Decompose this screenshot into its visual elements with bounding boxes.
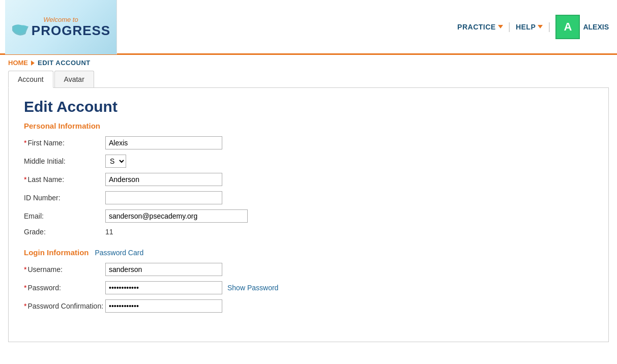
grade-row: Grade: 11	[24, 228, 593, 236]
password-confirmation-input[interactable]	[105, 299, 222, 313]
personal-section-title: Personal Information	[24, 122, 593, 130]
logo-map-icon	[11, 24, 30, 37]
first-name-row: *First Name:	[24, 136, 593, 149]
grade-label: Grade:	[24, 228, 105, 236]
email-label: Email:	[24, 212, 105, 220]
password-card-link[interactable]: Password Card	[95, 249, 143, 257]
page-title: Edit Account	[24, 98, 593, 115]
email-input[interactable]	[105, 209, 248, 223]
content-area: Edit Account Personal Information *First…	[8, 88, 609, 342]
login-section-header: Login Information Password Card	[24, 248, 593, 257]
id-number-label: ID Number:	[24, 194, 105, 202]
login-section-title: Login Information	[24, 248, 89, 257]
tab-account[interactable]: Account	[8, 71, 53, 88]
breadcrumb-current-page: EDIT ACCOUNT	[38, 59, 91, 67]
nav-right: PRACTICE | HELP | A ALEXIS	[457, 15, 612, 39]
required-star: *	[24, 139, 26, 147]
header: Welcome to PROGRESS PRACTICE | HELP | A	[0, 0, 617, 55]
practice-button[interactable]: PRACTICE	[457, 23, 503, 31]
breadcrumb-home-link[interactable]: HOME	[8, 59, 28, 67]
username-row: *Username:	[24, 263, 593, 276]
last-name-input[interactable]	[105, 173, 222, 186]
tabs: Account Avatar	[8, 71, 609, 88]
avatar: A	[555, 15, 580, 39]
username-label: *Username:	[24, 265, 105, 274]
practice-arrow-icon	[498, 25, 503, 28]
middle-initial-select[interactable]: S A B C	[105, 155, 126, 168]
logo: Welcome to PROGRESS	[5, 0, 117, 54]
logo-text: Welcome to PROGRESS	[11, 16, 110, 38]
nav-divider: |	[508, 21, 511, 33]
grade-value: 11	[105, 228, 113, 236]
breadcrumb-separator-icon	[31, 60, 35, 66]
id-number-row: ID Number:	[24, 191, 593, 204]
help-button[interactable]: HELP	[516, 23, 543, 31]
required-star-4: *	[24, 284, 26, 292]
show-password-link[interactable]: Show Password	[227, 284, 278, 292]
login-section: Login Information Password Card *Usernam…	[24, 248, 593, 313]
email-row: Email:	[24, 209, 593, 223]
id-number-input[interactable]	[105, 191, 222, 204]
middle-initial-row: Middle Initial: S A B C	[24, 155, 593, 168]
last-name-row: *Last Name:	[24, 173, 593, 186]
required-star-2: *	[24, 175, 26, 184]
nav-divider-2: |	[548, 21, 550, 33]
username-input[interactable]	[105, 263, 222, 276]
password-label: *Password:	[24, 284, 105, 292]
password-input[interactable]	[105, 281, 222, 294]
password-confirmation-row: *Password Confirmation:	[24, 299, 593, 313]
middle-initial-label: Middle Initial:	[24, 157, 105, 165]
password-row: *Password: Show Password	[24, 281, 593, 294]
help-arrow-icon	[538, 25, 543, 28]
first-name-input[interactable]	[105, 136, 222, 149]
required-star-3: *	[24, 265, 26, 274]
logo-main: PROGRESS	[11, 23, 110, 38]
required-star-5: *	[24, 302, 26, 310]
last-name-label: *Last Name:	[24, 175, 105, 184]
tab-avatar[interactable]: Avatar	[54, 71, 94, 87]
first-name-label: *First Name:	[24, 139, 105, 147]
breadcrumb: HOME EDIT ACCOUNT	[0, 55, 617, 71]
user-menu-button[interactable]: A ALEXIS	[555, 15, 612, 39]
logo-welcome-text: Welcome to	[11, 16, 110, 23]
password-confirmation-label: *Password Confirmation:	[24, 302, 105, 310]
